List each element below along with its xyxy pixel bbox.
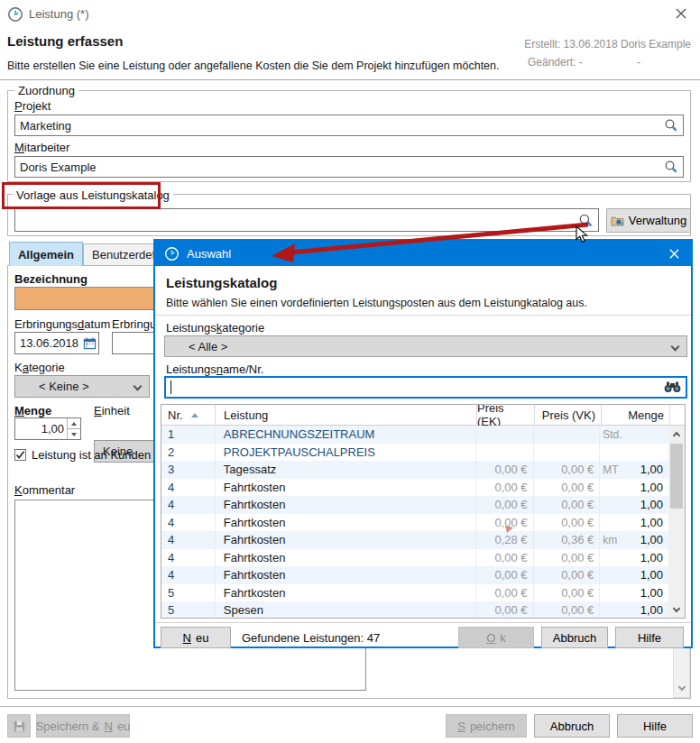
- cell-menge: 1,00: [600, 601, 668, 619]
- cell-leistung: Fahrtkosten: [216, 496, 476, 514]
- table-row[interactable]: 2PROJEKTPAUSCHALPREIS: [161, 444, 668, 462]
- table-row[interactable]: 4Fahrtkosten0,00 €0,00 €1,00: [161, 566, 668, 584]
- cell-leistung: Fahrtkosten: [216, 566, 476, 584]
- einheit-label: Einheit: [94, 404, 130, 417]
- cell-menge: [600, 444, 668, 462]
- leistungskategorie-dropdown[interactable]: < Alle >: [164, 335, 687, 357]
- catalog-search-input[interactable]: [164, 376, 687, 399]
- save-button[interactable]: [7, 714, 31, 738]
- kunden-checkbox[interactable]: [14, 449, 26, 461]
- projekt-input[interactable]: Marketing: [14, 115, 684, 136]
- column-header-preis-vk[interactable]: Preis (VK): [535, 405, 602, 425]
- spinner-up-icon[interactable]: [68, 418, 80, 429]
- dialog-titlebar[interactable]: Auswahl: [155, 241, 691, 266]
- window-close-icon[interactable]: [675, 7, 687, 20]
- dialog-heading: Leistungskatalog: [166, 275, 277, 290]
- table-row[interactable]: 4Fahrtkosten0,00 €0,00 €1,00: [161, 496, 668, 514]
- cell-preis-vk: 0,00 €: [534, 479, 601, 497]
- speichern-neu-button[interactable]: Speichern & Neu: [36, 714, 130, 738]
- menge-value: 1,00: [15, 422, 67, 436]
- text-caret: [170, 381, 171, 394]
- scrollbar-thumb[interactable]: [670, 444, 683, 509]
- cell-einheit: km: [600, 534, 625, 546]
- cell-preis-vk: 0,00 €: [534, 566, 601, 584]
- neu-button[interactable]: Neu: [161, 627, 231, 648]
- table-row[interactable]: 3Tagessatz0,00 €0,00 €MT1,00: [161, 461, 668, 479]
- cell-menge-value: 1,00: [625, 481, 668, 494]
- dialog-divider: [155, 315, 691, 316]
- projekt-label: Projekt: [14, 99, 51, 113]
- cell-leistung: ABRECHNUNGSZEITRAUM: [216, 426, 476, 444]
- binoculars-icon: [664, 381, 681, 393]
- changed-meta-value: -: [637, 56, 640, 69]
- tab-allgemein-label: Allgemein: [18, 248, 74, 261]
- speichern-button[interactable]: Speichern: [446, 714, 527, 738]
- bezeichnung-label: Bezeichnung: [14, 272, 88, 286]
- cell-nr: 4: [161, 566, 216, 584]
- menge-stepper[interactable]: 1,00: [14, 417, 81, 440]
- kategorie-value: < Keine >: [39, 380, 89, 393]
- cell-menge-value: 1,00: [625, 603, 668, 617]
- window-title: Leistung (*): [29, 7, 88, 21]
- table-row[interactable]: 5Fahrtkosten0,00 €0,00 €1,00: [161, 584, 668, 602]
- cell-nr: 3: [161, 461, 216, 479]
- cell-preis-ek: 0,00 €: [476, 584, 534, 602]
- verwaltung-label: Verwaltung: [629, 214, 686, 227]
- column-header-leistung[interactable]: Leistung: [216, 405, 477, 425]
- table-row[interactable]: 4Fahrtkosten0,28 €0,36 €km1,00: [161, 531, 668, 549]
- catalog-table-header[interactable]: Nr. Leistung Preis (EK) Preis (VK) Menge: [161, 405, 685, 426]
- scroll-up-icon[interactable]: [668, 427, 685, 440]
- hilfe-button[interactable]: Hilfe: [617, 714, 693, 738]
- calendar-icon[interactable]: [83, 336, 97, 350]
- cell-nr: 4: [161, 496, 216, 514]
- table-row[interactable]: 1ABRECHNUNGSZEITRAUMStd.: [161, 426, 668, 444]
- column-header-nr[interactable]: Nr.: [161, 405, 216, 425]
- search-icon[interactable]: [664, 160, 678, 174]
- kategorie-dropdown[interactable]: < Keine >: [14, 375, 150, 398]
- cell-einheit: MT: [600, 463, 625, 476]
- cell-menge: 1,00: [600, 514, 668, 532]
- cell-leistung: Fahrtkosten: [216, 514, 476, 532]
- cell-preis-vk: [534, 444, 601, 462]
- cell-menge-value: 1,00: [625, 516, 668, 529]
- cell-nr: 4: [161, 549, 216, 567]
- zuordnung-legend: Zuordnung: [14, 84, 78, 97]
- cell-menge: 1,00: [600, 566, 668, 584]
- cell-preis-ek: 0,00 €: [476, 549, 534, 567]
- cell-nr: 4: [161, 514, 216, 532]
- column-header-menge[interactable]: Menge: [602, 405, 670, 425]
- kategorie-label: Kategorie: [14, 361, 65, 374]
- abbruch-button[interactable]: Abbruch: [534, 714, 610, 738]
- cell-preis-vk: 0,00 €: [534, 549, 601, 567]
- dialog-abbruch-button[interactable]: Abbruch: [541, 627, 608, 648]
- chevron-down-icon: [134, 382, 143, 391]
- chevron-down-icon: [671, 343, 680, 352]
- cell-menge: 1,00: [600, 549, 668, 567]
- datum-input[interactable]: 13.06.2018: [14, 332, 99, 354]
- result-count: Gefundene Leistungen: 47: [242, 631, 380, 645]
- ok-button[interactable]: Ok: [458, 627, 534, 648]
- mitarbeiter-value: Doris Example: [20, 161, 97, 174]
- column-header-preis-ek[interactable]: Preis (EK): [477, 405, 535, 425]
- cell-menge-value: 1,00: [625, 568, 668, 582]
- table-row[interactable]: 4Fahrtkosten0,00 €0,00 €1,00: [161, 514, 668, 532]
- mitarbeiter-input[interactable]: Doris Example: [14, 156, 684, 178]
- scroll-down-icon[interactable]: [668, 603, 685, 616]
- table-row[interactable]: 4Fahrtkosten0,00 €0,00 €1,00: [161, 549, 668, 567]
- table-row[interactable]: 5Spesen0,00 €0,00 €1,00: [161, 601, 668, 619]
- table-row[interactable]: 4Fahrtkosten0,00 €0,00 €1,00: [161, 479, 668, 497]
- dialog-close-icon[interactable]: [668, 248, 680, 260]
- table-scrollbar[interactable]: [668, 426, 685, 618]
- search-icon[interactable]: [664, 118, 678, 133]
- app-clock-icon: [7, 6, 23, 23]
- verwaltung-button[interactable]: Verwaltung: [606, 208, 691, 233]
- sort-asc-icon: [191, 413, 198, 417]
- spinner-down-icon[interactable]: [68, 429, 80, 439]
- vorlage-input[interactable]: [14, 208, 599, 232]
- cell-preis-ek: [476, 426, 534, 444]
- spinner[interactable]: [67, 418, 80, 439]
- scroll-down-icon[interactable]: [674, 681, 689, 695]
- dialog-hilfe-button[interactable]: Hilfe: [615, 627, 684, 648]
- tab-allgemein[interactable]: Allgemein: [9, 242, 83, 266]
- cell-menge: 1,00: [600, 496, 668, 514]
